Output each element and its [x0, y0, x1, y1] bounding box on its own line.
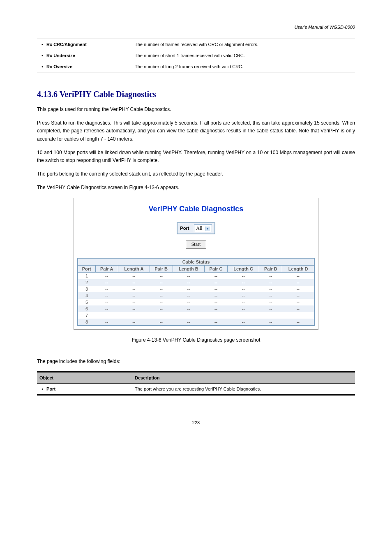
table-row: 7---------------- [78, 312, 314, 319]
start-button[interactable]: Start [186, 240, 206, 249]
table-row: 8---------------- [78, 319, 314, 326]
section-heading: 4.13.6 VeriPHY Cable Diagnostics [37, 90, 355, 99]
col-pair-a: Pair A [95, 265, 118, 272]
row-rx-oversize-label: • Rx Oversize [37, 61, 132, 73]
page: User's Manual of WGSD-8000 • Rx CRC/Alig… [0, 0, 392, 442]
object-table-2: Object Description • Port The port where… [37, 371, 355, 395]
row-rx-crc-desc: The number of frames received with CRC o… [132, 39, 355, 50]
paragraph-3: 10 and 100 Mbps ports will be linked dow… [37, 149, 355, 164]
table-row: 3---------------- [78, 286, 314, 292]
row-rx-undersize-desc: The number of short 1 frames received wi… [132, 50, 355, 61]
col-length-a: Length A [118, 265, 150, 272]
chevron-down-icon: ▾ [205, 227, 210, 231]
port-select-cell: All▾ [191, 223, 214, 234]
port-selector-box: Port All▾ [177, 222, 215, 234]
table-row: 4---------------- [78, 292, 314, 299]
paragraph-2: Press Strat to run the diagnostics. This… [37, 119, 355, 143]
cable-status-table: Cable Status Port Pair A Length A Pair B… [77, 258, 315, 326]
veriphy-screenshot: VeriPHY Cable Diagnostics Port All▾ Star… [74, 198, 318, 330]
row-port-desc: The port where you are requesting VeriPH… [132, 383, 355, 395]
paragraph-4: The ports belong to the currently select… [37, 170, 355, 178]
row-rx-oversize-desc: The number of long 2 frames received wit… [132, 61, 355, 73]
row-rx-undersize-label: • Rx Undersize [37, 50, 132, 61]
page-number: 223 [37, 420, 355, 425]
col-description: Description [132, 372, 355, 383]
row-rx-crc-label: • Rx CRC/Alignment [37, 39, 132, 50]
shot-title: VeriPHY Cable Diagnostics [77, 205, 315, 213]
object-table-continued: • Rx CRC/Alignment The number of frames … [37, 38, 355, 73]
col-length-c: Length C [227, 265, 259, 272]
paragraph-1: This page is used for running the VeriPH… [37, 106, 355, 113]
col-length-b: Length B [173, 265, 205, 272]
cable-status-caption: Cable Status [78, 258, 314, 266]
fields-lead-in: The page includes the following fields: [37, 358, 355, 365]
port-label: Port [177, 223, 191, 234]
paragraph-5: The VeriPHY Cable Diagnostics screen in … [37, 184, 355, 192]
port-select-value: All [196, 225, 202, 231]
table-row: 1---------------- [78, 272, 314, 279]
manual-header: User's Manual of WGSD-8000 [37, 25, 355, 30]
port-select[interactable]: All▾ [194, 224, 212, 232]
cable-headers: Port Pair A Length A Pair B Length B Pai… [78, 265, 314, 272]
figure-caption: Figure 4-13-6 VeriPHY Cable Diagnostics … [37, 337, 355, 343]
table-row: 6---------------- [78, 305, 314, 312]
col-port: Port [78, 265, 95, 272]
col-pair-d: Pair D [259, 265, 282, 272]
row-port-label: • Port [37, 383, 132, 395]
col-length-d: Length D [282, 265, 314, 272]
table-row: 2---------------- [78, 279, 314, 286]
col-pair-c: Pair C [205, 265, 228, 272]
col-pair-b: Pair B [150, 265, 173, 272]
table-row: 5---------------- [78, 299, 314, 305]
col-object: Object [37, 372, 132, 383]
